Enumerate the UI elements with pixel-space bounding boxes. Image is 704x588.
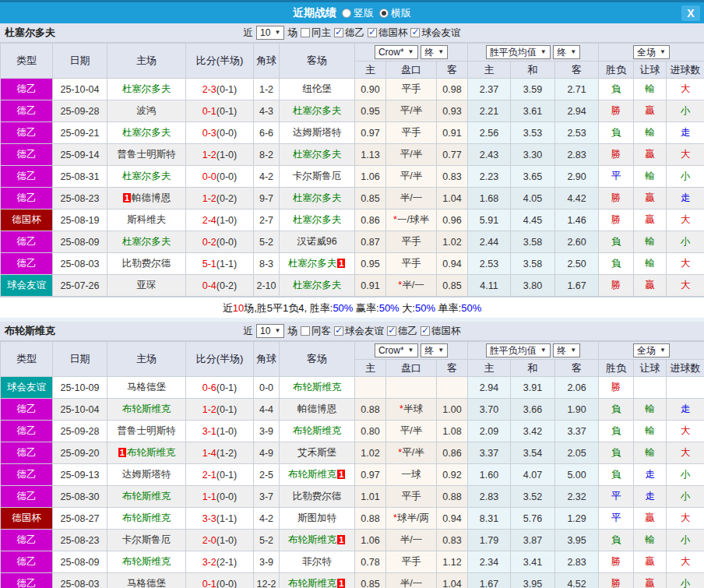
layout-radio-horizontal[interactable]: 横版 (379, 6, 411, 20)
league-filter-checkbox[interactable]: 德国杯 (421, 325, 461, 338)
odds-state-select[interactable]: 终▼ (421, 45, 448, 59)
away-team: 帕德博恩 (280, 399, 355, 421)
league-filter-checkbox[interactable]: 球会友谊 (410, 26, 460, 40)
rank-badge: 1 (337, 535, 345, 544)
league-filter-checkbox[interactable]: 球会友谊 (334, 325, 384, 338)
match-date: 25-08-23 (53, 530, 107, 551)
halftime-score: (0-0) (216, 237, 237, 248)
avg-lose: 3.37 (555, 421, 599, 442)
avg-select[interactable]: 胜平负均值▼ (486, 45, 551, 59)
chevron-down-icon: ▼ (570, 46, 576, 58)
fulltime-score: 0-0 (202, 171, 216, 182)
handicap: 一球 (386, 464, 437, 486)
home-team: 波鸿 (107, 100, 186, 122)
match-count-select[interactable]: 10▼ (256, 324, 284, 338)
fulltime-score: 0-4 (202, 280, 216, 291)
league-filter-checkbox[interactable]: 德乙 (387, 325, 417, 338)
match-row: 德乙25-08-23卡尔斯鲁厄2-0(1-0)5-2布轮斯维克11.06半/一0… (1, 530, 704, 551)
subcol-avg-lose: 客 (555, 62, 599, 79)
chevron-down-icon: ▼ (408, 344, 414, 357)
match-row: 德乙25-10-04杜塞尔多夫2-3(0-1)1-2纽伦堡0.90平手0.982… (1, 79, 704, 100)
scope-select[interactable]: 全场▼ (633, 45, 670, 59)
halftime-score: (2-1) (216, 557, 237, 568)
filter-controls: 近10▼场同主德乙德国杯球会友谊 (244, 26, 461, 40)
result-goals: 大 (667, 209, 704, 231)
avg-draw: 3.53 (511, 122, 555, 144)
avg-win: 2.56 (468, 122, 511, 144)
match-row: 德国杯25-08-19斯科维夫2-4(1-0)2-7杜塞尔多夫0.86*一/球半… (1, 209, 704, 231)
halftime-score: (0-2) (216, 193, 237, 204)
checkbox-icon[interactable] (410, 28, 420, 37)
fulltime-score: 0-3 (202, 128, 216, 139)
chevron-down-icon: ▼ (570, 344, 576, 357)
fulltime-score: 0-1 (202, 106, 216, 117)
league-filter-checkbox[interactable]: 德乙 (334, 26, 364, 40)
home-team-name: 布轮斯维克 (122, 556, 171, 567)
avg-select[interactable]: 胜平负均值▼ (486, 343, 551, 357)
fulltime-score: 2-3 (202, 84, 216, 95)
checkbox-icon[interactable] (334, 28, 343, 37)
radio-unchecked-icon[interactable] (342, 9, 351, 18)
match-type-badge: 球会友谊 (1, 275, 53, 297)
checkbox-icon[interactable] (301, 28, 310, 37)
fulltime-score: 1-2 (202, 404, 216, 415)
match-score: 1-2(1-0) (186, 144, 254, 166)
chevron-down-icon: ▼ (660, 344, 666, 357)
corners: 4-2 (254, 508, 280, 530)
home-team-name: 杜塞尔多夫 (122, 171, 171, 181)
games-label: 场 (287, 325, 297, 338)
match-date: 25-08-09 (53, 231, 107, 253)
avg-win: 2.43 (468, 144, 511, 166)
odds-home: 0.88 (355, 399, 386, 421)
subcol-handicap: 盘口 (386, 62, 437, 79)
layout-radio-vertical[interactable]: 竖版 (342, 6, 374, 20)
away-team: 布轮斯维克 (280, 377, 355, 399)
away-team: 布轮斯维克 (280, 421, 355, 442)
away-team: 斯图加特 (280, 508, 355, 530)
match-row: 球会友谊25-07-26亚琛0-4(0-2)2-10杜塞尔多夫0.91*半/一0… (1, 275, 704, 297)
match-type-badge: 德乙 (1, 253, 53, 275)
radio-checked-icon[interactable] (379, 9, 389, 18)
same-venue-checkbox[interactable]: 同客 (301, 325, 331, 338)
match-score: 5-1(1-1) (186, 253, 254, 275)
avg-draw: 3.54 (511, 442, 555, 464)
avg-lose: 2.50 (555, 253, 599, 275)
avg-state-select[interactable]: 终▼ (553, 45, 580, 59)
odds-away (437, 377, 468, 399)
scope-select[interactable]: 全场▼ (633, 343, 670, 357)
result-goals: 小 (667, 464, 704, 486)
odds-source-select[interactable]: Crow*▼ (375, 45, 418, 59)
odds-away: 0.94 (437, 253, 468, 275)
summary-segment: 10 (233, 302, 244, 314)
odds-away: 0.92 (437, 464, 468, 486)
checkbox-icon[interactable] (387, 326, 396, 336)
checkbox-icon[interactable] (421, 326, 430, 336)
halftime-score: (0-0) (216, 171, 237, 182)
halftime-score: (1-0) (216, 426, 237, 437)
close-icon[interactable]: X (681, 5, 700, 21)
match-type-badge: 德乙 (1, 166, 53, 188)
result-handicap: 輸 (634, 122, 667, 144)
match-score: 3-2(2-1) (186, 551, 254, 573)
away-team-name: 布轮斯维克 (288, 469, 337, 480)
result-goals: 大 (667, 144, 704, 166)
checkbox-icon[interactable] (334, 326, 343, 336)
odds-state-select[interactable]: 终▼ (421, 343, 448, 357)
avg-state-select[interactable]: 终▼ (553, 343, 580, 357)
checkbox-icon[interactable] (301, 326, 310, 336)
chevron-down-icon: ▼ (274, 325, 280, 337)
away-team: 杜塞尔多夫1 (280, 253, 355, 275)
away-team: 比勒费尔德 (280, 486, 355, 508)
halftime-score: (0-0) (216, 128, 237, 139)
odds-source-select[interactable]: Crow*▼ (375, 343, 418, 357)
match-count-select[interactable]: 10▼ (256, 26, 284, 40)
league-filter-checkbox[interactable]: 德国杯 (368, 26, 408, 40)
subcol-result-handicap: 让球 (634, 62, 667, 79)
avg-win: 2.37 (468, 79, 511, 100)
avg-win: 1.60 (468, 464, 511, 486)
league-filter-label: 球会友谊 (421, 26, 460, 40)
checkbox-icon[interactable] (368, 28, 377, 37)
same-venue-checkbox[interactable]: 同主 (301, 26, 331, 40)
result-wdl: 勝 (599, 100, 634, 122)
match-score: 2-3(0-1) (186, 79, 254, 100)
